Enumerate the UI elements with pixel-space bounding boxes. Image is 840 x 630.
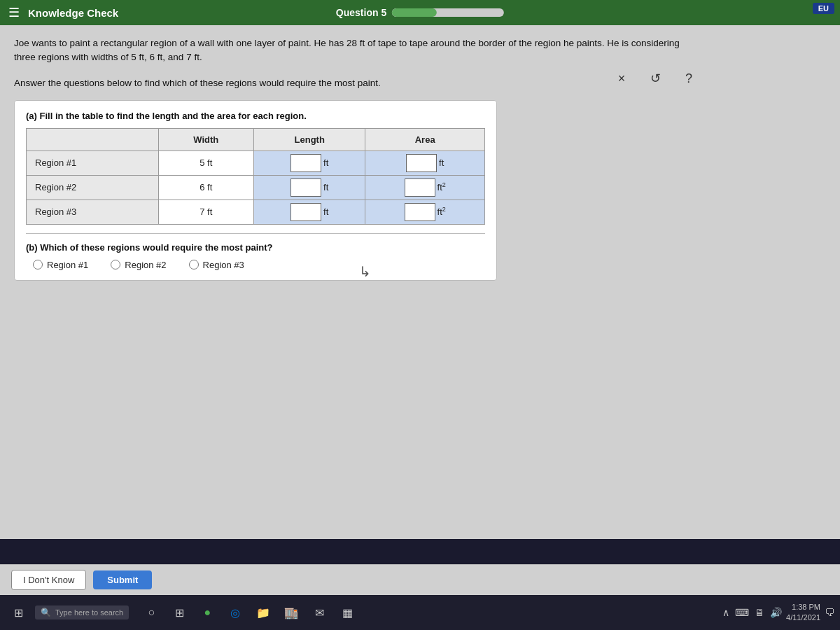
dont-know-button[interactable]: I Don't Know <box>11 570 86 590</box>
taskbar-icon-grid[interactable]: ⊞ <box>167 600 192 625</box>
radio-option-region3[interactable]: Region #3 <box>189 260 244 270</box>
region1-area-cell: ft <box>365 150 485 175</box>
region1-width: 5 ft <box>158 150 253 175</box>
radio-option-region1[interactable]: Region #1 <box>33 260 88 270</box>
eu-badge: EU <box>813 3 834 14</box>
section-divider <box>26 233 485 234</box>
region3-length-input[interactable] <box>290 203 321 221</box>
problem-line2: three regions with widths of 5 ft, 6 ft,… <box>14 52 202 62</box>
radio-group: Region #1 Region #2 Region #3 <box>26 260 485 270</box>
radio-option-region2[interactable]: Region #2 <box>111 260 166 270</box>
tray-icons: ∧ ⌨ 🖥 🔊 <box>722 607 782 618</box>
submit-button[interactable]: Submit <box>93 570 152 589</box>
radio-region3[interactable] <box>189 260 199 270</box>
col-header-region <box>27 128 159 150</box>
col-header-width: Width <box>158 128 253 150</box>
taskbar: ⊞ 🔍 Type here to search ○ ⊞ ● ◎ 📁 🏬 ✉ ▦ … <box>0 595 840 630</box>
bottom-bar: I Don't Know Submit <box>0 564 840 595</box>
help-icon[interactable]: ? <box>678 67 700 90</box>
clock-date: 4/11/2021 <box>786 612 820 623</box>
region1-length-cell: ft <box>254 150 365 175</box>
undo-icon[interactable]: ↺ <box>644 67 666 90</box>
taskbar-icon-app2[interactable]: ▦ <box>335 600 360 625</box>
time-display: 1:38 PM 4/11/2021 <box>786 602 820 624</box>
problem-text: Joe wants to paint a rectangular region … <box>14 36 826 65</box>
close-icon[interactable]: × <box>610 67 633 90</box>
question-box: (a) Fill in the table to find the length… <box>14 100 497 281</box>
radio-region3-label: Region #3 <box>203 260 244 270</box>
region3-length-cell: ft <box>254 200 365 224</box>
clock-time: 1:38 PM <box>786 602 820 612</box>
problem-line1: Joe wants to paint a rectangular region … <box>14 38 680 48</box>
table-row: Region #1 5 ft ft ft <box>27 150 485 175</box>
part-a-label: (a) Fill in the table to find the length… <box>26 111 485 121</box>
region2-area-unit: ft2 <box>438 181 446 192</box>
radio-region1-label: Region #1 <box>47 260 88 270</box>
taskbar-app-icons: ○ ⊞ ● ◎ 📁 🏬 ✉ ▦ <box>139 600 360 625</box>
region3-area-cell: ft2 <box>365 200 485 224</box>
tray-notification-icon[interactable]: 🗨 <box>825 607 834 618</box>
region1-area-input[interactable] <box>406 154 437 172</box>
radio-region2-label: Region #2 <box>125 260 166 270</box>
menu-icon[interactable]: ☰ <box>8 5 20 20</box>
taskbar-icon-chrome[interactable]: ● <box>195 600 220 625</box>
problem-instruction: Answer the questions below to find which… <box>14 76 826 90</box>
radio-region1[interactable] <box>33 260 43 270</box>
main-area: Joe wants to paint a rectangular region … <box>0 25 840 539</box>
region2-area-input[interactable] <box>405 178 435 197</box>
top-bar: ☰ Knowledge Check Question 5 EU <box>0 0 840 25</box>
system-tray: ∧ ⌨ 🖥 🔊 1:38 PM 4/11/2021 🗨 <box>722 602 834 624</box>
question-label: Question 5 <box>336 7 504 18</box>
taskbar-search-text: Type here to search <box>55 608 123 617</box>
data-table: Width Length Area Region #1 5 ft ft <box>26 128 485 225</box>
region2-length-unit: ft <box>323 182 328 192</box>
region1-length-unit: ft <box>323 158 328 168</box>
col-header-length: Length <box>254 128 365 150</box>
taskbar-search-area[interactable]: 🔍 Type here to search <box>35 606 129 620</box>
tray-chevron-icon[interactable]: ∧ <box>722 607 729 618</box>
tray-network-icon[interactable]: 🖥 <box>755 607 764 618</box>
app-title: Knowledge Check <box>28 7 118 19</box>
tray-keyboard-icon[interactable]: ⌨ <box>735 607 749 618</box>
region3-label: Region #3 <box>27 200 159 224</box>
taskbar-start-icon[interactable]: ⊞ <box>6 600 31 625</box>
progress-bar <box>392 8 504 17</box>
region3-length-unit: ft <box>323 206 328 217</box>
region1-label: Region #1 <box>27 150 159 175</box>
region2-width: 6 ft <box>158 175 253 200</box>
cursor-arrow: ↳ <box>359 263 371 280</box>
part-b-label: (b) Which of these regions would require… <box>26 242 485 253</box>
region3-area-unit: ft2 <box>438 206 446 217</box>
tray-volume-icon[interactable]: 🔊 <box>770 607 782 618</box>
region2-length-input[interactable] <box>290 178 321 197</box>
taskbar-icon-files[interactable]: 📁 <box>251 600 276 625</box>
region2-area-cell: ft2 <box>365 175 485 200</box>
taskbar-icon-cortana[interactable]: ○ <box>139 600 164 625</box>
right-icons-panel: × ↺ ? <box>610 67 700 90</box>
taskbar-icon-edge[interactable]: ◎ <box>223 600 248 625</box>
region3-width: 7 ft <box>158 200 253 224</box>
taskbar-icon-mail[interactable]: ✉ <box>307 600 332 625</box>
table-row: Region #3 7 ft ft ft2 <box>27 200 485 224</box>
region2-label: Region #2 <box>27 175 159 200</box>
progress-bar-fill <box>392 8 437 17</box>
table-row: Region #2 6 ft ft ft2 <box>27 175 485 200</box>
taskbar-icon-store[interactable]: 🏬 <box>279 600 304 625</box>
region3-area-input[interactable] <box>405 203 435 221</box>
search-icon: 🔍 <box>41 608 51 617</box>
region1-length-input[interactable] <box>290 154 321 172</box>
region2-length-cell: ft <box>254 175 365 200</box>
col-header-area: Area <box>365 128 485 150</box>
question-number: Question 5 <box>336 7 386 18</box>
radio-region2[interactable] <box>111 260 120 270</box>
region1-area-unit: ft <box>439 158 444 168</box>
